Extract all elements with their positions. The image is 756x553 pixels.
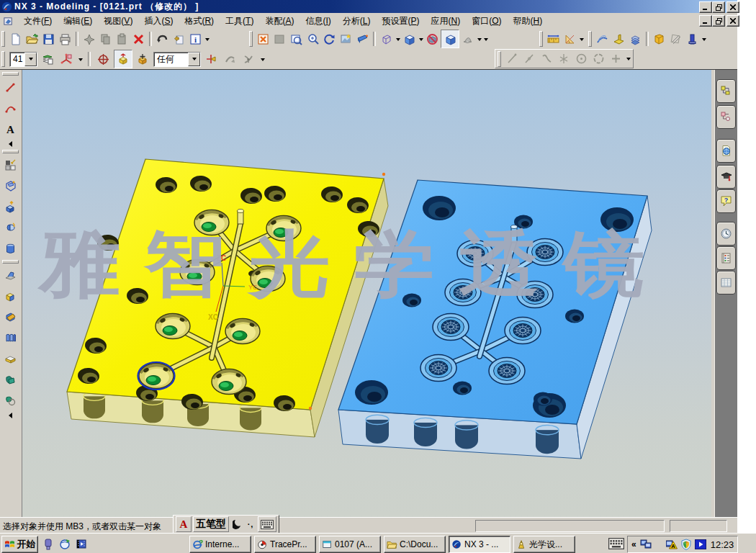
work-layer-combo-dropdown-icon[interactable] xyxy=(24,53,37,66)
delete-button[interactable] xyxy=(130,30,147,48)
toolbar-gripper[interactable] xyxy=(2,150,19,153)
dropdown-arrow-icon[interactable] xyxy=(476,30,482,48)
zoom-button[interactable] xyxy=(305,30,321,48)
dropdown-arrow-icon[interactable] xyxy=(578,30,585,48)
update-button[interactable] xyxy=(171,30,187,48)
new-file-button[interactable] xyxy=(7,30,24,48)
disabled-view-button[interactable] xyxy=(271,30,288,48)
paste-button[interactable] xyxy=(114,30,130,48)
menu-L[interactable]: 分析(L) xyxy=(337,13,377,30)
cut-button[interactable] xyxy=(81,30,97,48)
doc-minimize-button[interactable] xyxy=(699,15,712,27)
graphics-viewport[interactable]: ZCXCYC xyxy=(22,70,711,517)
snap-point-button[interactable] xyxy=(203,50,220,68)
sketch-line-button[interactable] xyxy=(521,50,538,68)
sketch-point-button[interactable] xyxy=(608,50,624,68)
pad-button[interactable] xyxy=(1,349,19,368)
menu-F[interactable]: 文件(F) xyxy=(18,13,58,30)
close-button[interactable] xyxy=(726,1,739,13)
dropdown-arrow-icon[interactable] xyxy=(701,30,707,48)
shaded-pressed-button[interactable] xyxy=(441,30,459,48)
curve-analysis-button[interactable] xyxy=(594,30,611,48)
dropdown-arrow-icon[interactable] xyxy=(625,50,631,68)
mold-wizard-button[interactable] xyxy=(1,328,19,347)
orient-wcs-button[interactable] xyxy=(95,50,112,68)
face-analysis-button[interactable] xyxy=(611,30,627,48)
ime-language-bar[interactable]: A 五笔型 ·, xyxy=(173,515,279,534)
text-button[interactable]: A xyxy=(1,120,19,138)
task-button-6[interactable]: 光学设... xyxy=(513,536,575,553)
simple-interference-button[interactable] xyxy=(684,30,701,48)
wireframe-cube-button[interactable] xyxy=(378,30,395,48)
menu-V[interactable]: 视图(V) xyxy=(98,13,138,30)
menu-P[interactable]: 预设置(P) xyxy=(376,13,425,30)
menu-S[interactable]: 插入(S) xyxy=(138,13,179,30)
quick-launch-launch-browser[interactable] xyxy=(59,538,71,550)
ime-mode-button[interactable]: 五笔型 xyxy=(193,516,229,532)
alert-icon[interactable]: A xyxy=(666,539,678,550)
dropdown-arrow-icon[interactable] xyxy=(259,50,266,68)
resource-tab-assembly-navigator[interactable] xyxy=(716,79,736,103)
work-layer-combo[interactable]: 41 xyxy=(9,52,37,67)
basic-curve-button[interactable] xyxy=(1,78,19,96)
task-button-4[interactable]: C:\Docu... xyxy=(384,536,446,553)
fit-view-button[interactable] xyxy=(255,30,271,48)
title-bar[interactable]: NX 3 - Modeling - [0121.prt （修改的） ] xyxy=(0,0,737,13)
block-button[interactable] xyxy=(1,287,19,305)
quick-launch-media-player[interactable] xyxy=(76,538,88,550)
no-show-button[interactable] xyxy=(424,30,441,48)
ime-fullhalf-icon[interactable] xyxy=(230,517,243,531)
doc-restore-button[interactable] xyxy=(712,15,725,27)
ime-punctuation-button[interactable]: ·, xyxy=(245,517,256,531)
toolbar-gripper[interactable] xyxy=(1,51,5,67)
menu-R[interactable]: 格式(R) xyxy=(179,13,220,30)
dropdown-arrow-icon[interactable] xyxy=(418,30,424,48)
wcs-display-button[interactable] xyxy=(58,50,75,68)
deviation-button[interactable] xyxy=(667,30,684,48)
resource-tab-spreadsheet[interactable] xyxy=(716,271,736,295)
dropdown-arrow-icon[interactable] xyxy=(482,30,489,48)
restore-button[interactable] xyxy=(712,1,725,13)
resource-tab-training[interactable] xyxy=(716,165,736,189)
trim-body-button[interactable] xyxy=(1,307,19,326)
information-button[interactable]: i xyxy=(187,30,204,48)
selection-filter-combo[interactable]: 任何 xyxy=(153,52,201,67)
menu-O[interactable]: 窗口(O) xyxy=(466,13,507,30)
menu-H[interactable]: 帮助(H) xyxy=(507,13,548,30)
toolbar-gripper[interactable] xyxy=(539,31,543,47)
subtract-button[interactable] xyxy=(1,391,19,410)
keyboard-tray-icon[interactable] xyxy=(608,538,624,549)
resource-tab-history[interactable] xyxy=(716,222,736,246)
wcs-dynamics-button[interactable] xyxy=(114,50,132,68)
sheet-cone-button[interactable] xyxy=(459,30,476,48)
resource-tab-help[interactable]: ? xyxy=(716,189,736,213)
menu-I[interactable]: 信息(I) xyxy=(300,13,336,30)
draft-button[interactable] xyxy=(1,266,19,284)
unite-button[interactable] xyxy=(1,370,19,389)
menu-E[interactable]: 编辑(E) xyxy=(58,13,98,30)
profile-line-button[interactable] xyxy=(504,50,521,68)
media-play-tray-icon[interactable] xyxy=(695,539,706,550)
open-folder-button[interactable] xyxy=(24,30,40,48)
copy-button[interactable] xyxy=(97,30,114,48)
start-button[interactable]: 开始 xyxy=(1,536,38,553)
intersection-point-button[interactable] xyxy=(240,50,257,68)
menu-N[interactable]: 应用(N) xyxy=(425,13,466,30)
toolbar-gripper[interactable] xyxy=(1,31,5,47)
examine-geometry-button[interactable] xyxy=(651,30,667,48)
end-point-button[interactable] xyxy=(222,50,238,68)
resource-tab-palettes[interactable] xyxy=(716,246,736,270)
save-button[interactable] xyxy=(40,30,57,48)
dropdown-arrow-icon[interactable] xyxy=(395,30,401,48)
toolbar-expand-icon[interactable] xyxy=(0,412,22,419)
network-icon[interactable] xyxy=(640,539,652,550)
shield-icon[interactable] xyxy=(680,539,692,550)
snapshot-button[interactable] xyxy=(338,30,354,48)
doc-close-button[interactable] xyxy=(726,15,739,27)
circle-center-button[interactable] xyxy=(573,50,590,68)
ime-keyboard-icon[interactable] xyxy=(258,516,276,532)
revolve-button[interactable] xyxy=(1,218,19,237)
toolbar-gripper[interactable] xyxy=(588,31,592,47)
sketch-spline-button[interactable] xyxy=(539,50,555,68)
selection-filter-combo-dropdown-icon[interactable] xyxy=(188,53,200,66)
